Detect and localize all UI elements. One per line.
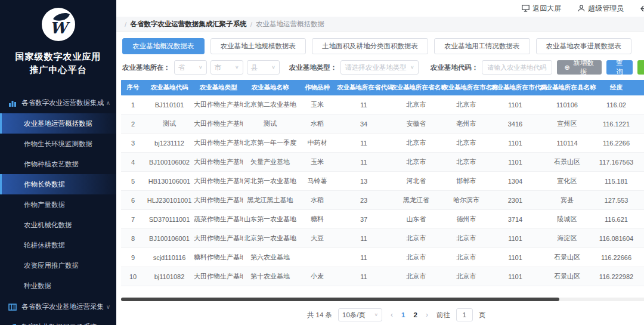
sidebar-item-4[interactable]: 作物产量数据 xyxy=(0,194,116,215)
table-cell: 大田作物生产基地 xyxy=(194,100,243,109)
table-cell: 37 xyxy=(337,216,391,223)
sidebar-item-8[interactable]: 种业数据 xyxy=(0,276,116,296)
horizontal-scrollbar-track[interactable] xyxy=(121,298,644,301)
column-header: 经度 xyxy=(595,83,638,92)
tabs-row: 农业基地概况数据表农业基地土地规模数据表土地面积及耕地分类面积数据表农业基地用工… xyxy=(116,32,644,54)
add-data-button[interactable]: ⊕ 新增数据 xyxy=(557,60,602,75)
user-icon xyxy=(578,5,585,12)
table-cell: 10 xyxy=(121,273,145,280)
goto-page-input[interactable] xyxy=(456,308,473,321)
base-type-select[interactable]: 请选择农业基地类型 ∨ xyxy=(340,60,418,75)
back-to-big-screen-button[interactable]: 返回大屏 xyxy=(522,4,561,14)
sidebar-menu-seed-display-subsystem[interactable]: 数字种业数据展示子系统 xyxy=(0,317,116,325)
sidebar-submenu: 农业基地运营概括数据作物生长环境监测数据作物种植农艺数据作物长势数据作物产量数据… xyxy=(0,113,116,296)
table-cell: 3 xyxy=(121,140,145,147)
tab-4[interactable]: 农业基地用工情况数据表 xyxy=(434,38,530,54)
logo: W 国家级数字农业应用 推广中心平台 xyxy=(0,0,116,76)
table-cell: 1 xyxy=(121,101,145,109)
table-cell: 宣化区 xyxy=(540,177,595,185)
page-size-select[interactable]: 10条/页 ∨ xyxy=(338,308,382,321)
table-cell: 北京市 xyxy=(442,157,491,166)
table-cell: 山东省 xyxy=(391,215,442,224)
query-label: 查询 xyxy=(614,58,626,76)
table-cell: 1101 xyxy=(491,273,540,280)
sidebar-item-5[interactable]: 农业机械化数据 xyxy=(0,215,116,235)
page-numbers: 12 xyxy=(401,311,417,318)
sidebar-item-1[interactable]: 作物生长环境监测数据 xyxy=(0,134,116,154)
table-row: 5HB130106001大田作物生产基地河北第一农业基地马铃薯13河北省邯郸市1… xyxy=(121,172,644,191)
province-placeholder: 省 xyxy=(178,63,185,72)
table-cell: 山东第一农业基地 xyxy=(243,215,298,224)
table-body: 1BJ110101大田作物生产基地北京第二农业基地玉米11北京市北京市11011… xyxy=(121,95,644,286)
page-number-1[interactable]: 1 xyxy=(401,311,405,318)
sidebar-item-0[interactable]: 农业基地运营概括数据 xyxy=(0,113,116,134)
county-placeholder: 县 xyxy=(251,63,258,72)
province-select[interactable]: 省 ∨ xyxy=(174,60,207,75)
tab-5[interactable]: 农业基地农事进展数据表 xyxy=(536,38,632,54)
table-cell: 6 xyxy=(121,197,145,204)
logout-button[interactable]: 退出 xyxy=(640,4,644,14)
sidebar-item-6[interactable]: 轮耕休耕数据 xyxy=(0,235,116,255)
table-cell: 3416 xyxy=(491,120,540,128)
page-number-2[interactable]: 2 xyxy=(413,311,417,318)
sidebar-item-7[interactable]: 农资应用推广数据 xyxy=(0,255,116,276)
table-cell: 北京市 xyxy=(442,138,491,147)
sidebar-item-2[interactable]: 作物种植农艺数据 xyxy=(0,154,116,174)
city-placeholder: 市 xyxy=(215,63,222,72)
table-cell: 1101 xyxy=(491,101,540,109)
table-cell: 测试 xyxy=(243,119,298,128)
breadcrumb-separator: / xyxy=(250,21,252,28)
table-cell: 11 xyxy=(337,101,391,109)
breadcrumb-level1[interactable]: 各省数字农业运营数据集成汇聚子系统 xyxy=(130,20,247,29)
table-grid-icon xyxy=(8,303,17,311)
tab-1[interactable]: 农业基地概况数据表 xyxy=(122,38,205,54)
table-cell: 北京市 xyxy=(442,253,491,262)
table-cell: 玉米 xyxy=(298,157,337,166)
county-select[interactable]: 县 ∨ xyxy=(247,60,280,75)
export-button[interactable]: ↥ 导出 xyxy=(637,60,644,75)
table-cell: 北京市 xyxy=(391,253,442,262)
table-cell: 北京市 xyxy=(391,272,442,281)
tab-3[interactable]: 土地面积及耕地分类面积数据表 xyxy=(312,38,428,54)
prev-page-icon[interactable]: ‹ xyxy=(388,311,395,319)
table-cell: 海淀区 xyxy=(540,234,595,243)
table-cell: 大田作物生产基地 xyxy=(194,138,243,147)
base-code-input[interactable] xyxy=(482,60,552,75)
table-cell: 北京第一农业基地 xyxy=(243,234,298,243)
bar-chart-icon xyxy=(8,99,17,107)
table-cell: 1101 xyxy=(491,254,540,261)
city-select[interactable]: 市 ∨ xyxy=(210,60,243,75)
table-cell: 北京市 xyxy=(442,272,491,281)
table-cell: 马铃薯 xyxy=(298,177,337,185)
table-cell: 7 xyxy=(121,216,145,223)
table-cell: 2 xyxy=(121,120,145,128)
sidebar-item-3[interactable]: 作物长势数据 xyxy=(0,174,116,194)
sidebar-menu-collection-subsystem[interactable]: 各省数字农业基地运营采集子系统 ∨ xyxy=(0,297,116,317)
table-row: 8BJ100106001大田作物生产基地北京第一农业基地大豆11北京市北京市11… xyxy=(121,229,644,248)
next-page-icon[interactable]: › xyxy=(423,311,431,319)
breadcrumb: / 各省数字农业运营数据集成汇聚子系统 / 农业基地运营概括数据 xyxy=(116,17,644,32)
table-cell: HB130106001 xyxy=(145,178,194,185)
table-cell: 北京市 xyxy=(391,138,442,147)
user-name-label: 超级管理员 xyxy=(588,4,624,14)
type-placeholder: 请选择农业基地类型 xyxy=(345,63,407,72)
table-cell: 德州市 xyxy=(442,215,491,224)
table-cell: 北京市 xyxy=(391,234,442,243)
total-count-label: 共 14 条 xyxy=(307,311,332,320)
add-data-label: 新增数据 xyxy=(572,58,595,76)
tab-2[interactable]: 农业基地土地规模数据表 xyxy=(210,38,306,54)
table-cell: 哈尔滨市 xyxy=(442,196,491,205)
chevron-down-icon: ∨ xyxy=(235,65,239,70)
table-cell: 116.22666 xyxy=(595,254,638,261)
query-button[interactable]: 查询 xyxy=(606,60,633,75)
table-cell: 127.553 xyxy=(595,197,638,204)
table-cell: 9 xyxy=(121,254,145,261)
table-cell: 大田作物生产基地 xyxy=(194,157,243,166)
table-cell: 北京市 xyxy=(391,157,442,166)
user-menu[interactable]: 超级管理员 xyxy=(578,4,624,14)
table-cell: 河北省 xyxy=(391,177,442,185)
pagination: 共 14 条 10条/页 ∨ ‹ 12 › 前往 页 xyxy=(116,308,644,321)
sidebar-menu-integration-subsystem[interactable]: 各省数字农业运营数据集成汇聚子系统 ∧ xyxy=(0,93,116,113)
table-header-row: 序号农业基地代码农业基地类型农业基地名称作物品种农业基地所在省代码农业基地所在省… xyxy=(121,80,644,95)
horizontal-scrollbar-thumb[interactable] xyxy=(121,298,559,301)
